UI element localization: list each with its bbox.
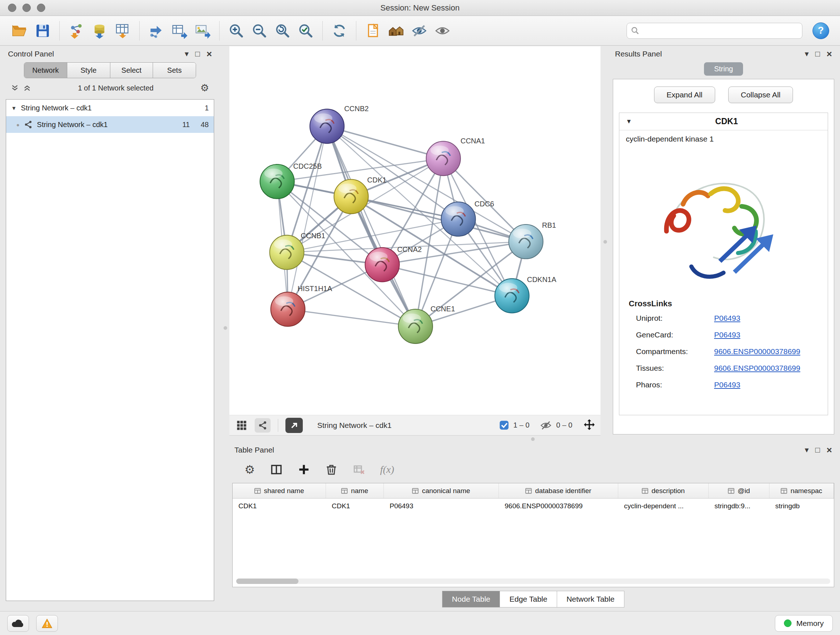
column-header-description[interactable]: description <box>618 483 709 498</box>
tab-node-table[interactable]: Node Table <box>442 591 500 608</box>
tab-edge-table[interactable]: Edge Table <box>500 591 557 608</box>
tab-select[interactable]: Select <box>111 63 153 78</box>
tab-network-table[interactable]: Network Table <box>557 591 624 608</box>
table-cell[interactable]: stringdb <box>769 499 834 514</box>
network-node-HIST1H1A[interactable]: HIST1H1A <box>271 285 332 326</box>
collapse-all-icon[interactable] <box>11 84 19 92</box>
panel-menu-icon[interactable]: ▾ <box>185 50 188 58</box>
add-column-icon[interactable] <box>298 463 310 476</box>
help-button[interactable]: ? <box>813 22 829 39</box>
disclosure-triangle-icon[interactable]: ▼ <box>626 118 632 125</box>
import-table-button[interactable] <box>111 19 134 42</box>
splitter-handle[interactable] <box>531 437 535 441</box>
panel-close-icon[interactable]: × <box>827 445 832 456</box>
panel-close-icon[interactable]: × <box>207 49 212 60</box>
network-options-gear-icon[interactable]: ⚙ <box>201 82 209 94</box>
table-cell[interactable]: P06493 <box>384 499 499 514</box>
column-type-icon <box>341 488 347 494</box>
selected-checkbox-icon[interactable] <box>499 420 509 430</box>
warnings-button[interactable] <box>36 615 58 632</box>
tab-sets[interactable]: Sets <box>153 63 196 78</box>
column-header-canonical-name[interactable]: canonical name <box>384 483 499 498</box>
cloud-button[interactable] <box>7 615 29 632</box>
column-header-shared-name[interactable]: shared name <box>233 483 326 498</box>
horizontal-scrollbar[interactable] <box>236 578 830 584</box>
table-cell[interactable]: stringdb:9... <box>709 499 769 514</box>
zoom-in-button[interactable] <box>225 19 248 42</box>
table-cell[interactable]: cyclin-dependent ... <box>618 499 709 514</box>
home-button[interactable] <box>385 19 408 42</box>
crosslink-link[interactable]: 9606.ENSP00000378699 <box>714 364 800 372</box>
tab-style[interactable]: Style <box>67 63 111 78</box>
crosslink-link[interactable]: P06493 <box>714 314 740 323</box>
memory-button[interactable]: Memory <box>775 615 833 632</box>
expand-all-icon[interactable] <box>23 84 31 92</box>
new-table-button[interactable] <box>168 19 191 42</box>
network-node-CDKN1A[interactable]: CDKN1A <box>495 276 557 313</box>
panel-float-icon[interactable]: □ <box>815 50 820 58</box>
zoom-window-button[interactable] <box>37 4 45 12</box>
network-canvas[interactable]: CCNB2CCNA1CDC25BCDK1CDC6RB1CCNB1CCNA2CDK… <box>229 46 600 415</box>
import-database-button[interactable] <box>88 19 111 42</box>
network-node-CCNA1[interactable]: CCNA1 <box>426 137 485 176</box>
clone-network-button[interactable] <box>145 19 168 42</box>
zoom-selected-button[interactable] <box>294 19 317 42</box>
tab-network[interactable]: Network <box>24 63 67 78</box>
panel-menu-icon[interactable]: ▾ <box>805 446 808 454</box>
disclosure-triangle-icon[interactable]: ▼ <box>11 105 17 111</box>
refresh-view-button[interactable] <box>328 19 351 42</box>
column-header--id[interactable]: @id <box>709 483 769 498</box>
birds-eye-view-button[interactable] <box>255 418 271 432</box>
crosslink-link[interactable]: 9606.ENSP00000378699 <box>714 347 800 356</box>
column-header-namespac[interactable]: namespac <box>769 483 834 498</box>
table-row[interactable]: CDK1CDK1P064939606.ENSP00000378699cyclin… <box>233 499 834 514</box>
export-image-button[interactable] <box>191 19 214 42</box>
zoom-out-button[interactable] <box>248 19 271 42</box>
table-options-gear-icon[interactable]: ⚙ <box>245 463 255 477</box>
protein-section-header[interactable]: ▼ CDK1 <box>619 113 828 130</box>
splitter-handle[interactable] <box>603 240 607 244</box>
save-session-button[interactable] <box>31 19 54 42</box>
close-window-button[interactable] <box>8 4 16 12</box>
open-session-button[interactable] <box>8 19 31 42</box>
crosslink-link[interactable]: P06493 <box>714 331 740 339</box>
panel-float-icon[interactable]: □ <box>195 50 200 58</box>
search-input[interactable] <box>627 23 802 39</box>
table-cell[interactable]: CDK1 <box>326 499 384 514</box>
function-builder-icon[interactable]: f(x) <box>380 464 394 475</box>
show-all-button[interactable] <box>431 19 454 42</box>
column-header-name[interactable]: name <box>326 483 384 498</box>
delete-column-trash-icon[interactable] <box>325 463 338 476</box>
annotation-button[interactable] <box>362 19 385 42</box>
network-node-CDK1[interactable]: CDK1 <box>334 176 386 214</box>
panel-menu-icon[interactable]: ▾ <box>805 50 808 58</box>
show-columns-icon[interactable] <box>270 463 283 476</box>
detach-view-button[interactable] <box>286 418 303 433</box>
zoom-fit-button[interactable] <box>271 19 294 42</box>
column-header-database-identifier[interactable]: database identifier <box>499 483 618 498</box>
network-node-CCNB2[interactable]: CCNB2 <box>310 105 369 143</box>
table-cell[interactable]: 9606.ENSP00000378699 <box>499 499 618 514</box>
table-cell[interactable]: CDK1 <box>233 499 326 514</box>
network-view-title: String Network – cdk1 <box>317 421 392 430</box>
network-node-RB1[interactable]: RB1 <box>508 221 556 259</box>
network-node-CCNA2[interactable]: CCNA2 <box>365 245 422 282</box>
string-network-graph[interactable]: CCNB2CCNA1CDC25BCDK1CDC6RB1CCNB1CCNA2CDK… <box>229 46 600 415</box>
collapse-all-button[interactable]: Collapse All <box>728 87 793 103</box>
import-network-button[interactable] <box>65 19 88 42</box>
node-label-RB1: RB1 <box>542 221 556 229</box>
minimize-window-button[interactable] <box>22 4 31 12</box>
grid-view-button[interactable] <box>234 418 249 432</box>
crosslink-link[interactable]: P06493 <box>714 380 740 389</box>
hidden-eye-slash-icon[interactable] <box>540 419 552 432</box>
splitter-handle[interactable] <box>224 326 227 330</box>
network-collection-row[interactable]: ▼ String Network – cdk1 1 <box>6 100 214 116</box>
hide-selected-button[interactable] <box>408 19 431 42</box>
tab-string[interactable]: String <box>704 62 743 76</box>
panel-float-icon[interactable]: □ <box>815 446 820 454</box>
move-crosshair-icon[interactable] <box>583 418 596 432</box>
network-row-selected[interactable]: ● String Network – cdk1 11 48 <box>6 116 214 133</box>
panel-close-icon[interactable]: × <box>827 49 832 60</box>
scrollbar-thumb[interactable] <box>236 578 298 584</box>
expand-all-button[interactable]: Expand All <box>654 87 715 103</box>
